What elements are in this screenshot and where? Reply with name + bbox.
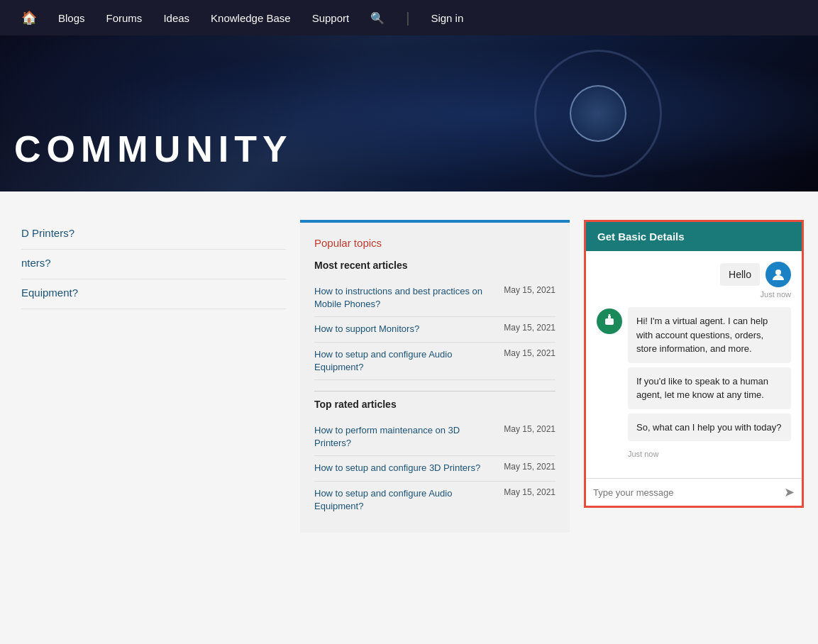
article-row: How to instructions and best practices o… <box>314 279 556 317</box>
article-link-5[interactable]: How to setup and configure 3D Printers? <box>314 462 497 474</box>
top-rated-heading: Top rated articles <box>314 399 556 410</box>
svg-point-2 <box>607 321 609 323</box>
section-divider <box>314 391 556 392</box>
list-item: nters? <box>21 250 286 279</box>
nav-blogs[interactable]: Blogs <box>58 12 85 24</box>
send-icon[interactable]: ➤ <box>784 484 795 500</box>
bot-message-timestamp: Just now <box>628 450 791 458</box>
chat-widget: Get Basic Details Hello Just now <box>584 220 804 508</box>
hero-circle-inner <box>570 85 626 142</box>
article-link-6[interactable]: How to setup and configure Audio Equipme… <box>314 487 497 513</box>
article-row: How to support Monitors? May 15, 2021 <box>314 317 556 342</box>
list-item: Equipment? <box>21 279 286 309</box>
chat-header: Get Basic Details <box>586 222 802 251</box>
bot-bubble-3: So, what can I help you with today? <box>628 413 791 442</box>
user-avatar <box>766 262 791 287</box>
chat-body: Hello Just now <box>586 251 802 478</box>
bot-bubble-1: Hi! I'm a virtual agent. I can help with… <box>628 307 791 363</box>
article-date-4: May 15, 2021 <box>504 424 556 434</box>
chat-bubble-user: Hello <box>720 263 760 286</box>
article-link-1[interactable]: How to instructions and best practices o… <box>314 285 497 311</box>
chat-input-row: ➤ <box>586 478 802 506</box>
hero-title: COMMUNITY <box>14 128 293 170</box>
most-recent-heading: Most recent articles <box>314 260 556 271</box>
left-article-link-2[interactable]: nters? <box>21 257 286 269</box>
chat-bot-row: Hi! I'm a virtual agent. I can help with… <box>597 307 791 441</box>
bot-messages: Hi! I'm a virtual agent. I can help with… <box>628 307 791 441</box>
nav-support[interactable]: Support <box>312 12 350 24</box>
home-icon: 🏠 <box>21 11 37 25</box>
hero-decoration <box>534 50 676 177</box>
nav-signin[interactable]: Sign in <box>431 12 463 24</box>
nav-forums[interactable]: Forums <box>106 12 143 24</box>
left-article-link-3[interactable]: Equipment? <box>21 287 286 299</box>
article-date-5: May 15, 2021 <box>504 462 556 472</box>
chat-input[interactable] <box>593 487 784 498</box>
chat-user-message: Hello <box>597 262 791 287</box>
article-link-2[interactable]: How to support Monitors? <box>314 323 497 335</box>
left-column: D Printers? nters? Equipment? <box>14 220 286 533</box>
article-link-3[interactable]: How to setup and configure Audio Equipme… <box>314 348 497 374</box>
article-date-2: May 15, 2021 <box>504 323 556 333</box>
bot-avatar <box>597 309 622 334</box>
search-icon[interactable]: 🔍 <box>370 11 385 25</box>
article-row: How to perform maintenance on 3D Printer… <box>314 418 556 456</box>
bot-bubble-2: If you'd like to speak to a human agent,… <box>628 367 791 409</box>
navigation: 🏠 Blogs Forums Ideas Knowledge Base Supp… <box>0 0 818 35</box>
svg-point-3 <box>610 321 612 323</box>
left-article-link-1[interactable]: D Printers? <box>21 227 286 239</box>
article-row: How to setup and configure 3D Printers? … <box>314 456 556 481</box>
article-link-4[interactable]: How to perform maintenance on 3D Printer… <box>314 424 497 450</box>
nav-divider: | <box>406 10 409 26</box>
article-date-3: May 15, 2021 <box>504 348 556 358</box>
popular-topics-card: Popular topics Most recent articles How … <box>300 220 570 533</box>
nav-ideas[interactable]: Ideas <box>163 12 189 24</box>
article-row: How to setup and configure Audio Equipme… <box>314 343 556 380</box>
nav-knowledge-base[interactable]: Knowledge Base <box>211 12 291 24</box>
popular-topics-column: Popular topics Most recent articles How … <box>300 220 570 533</box>
svg-rect-1 <box>605 318 614 325</box>
popular-topics-title: Popular topics <box>314 237 556 249</box>
svg-point-0 <box>775 270 781 275</box>
hero-banner: COMMUNITY <box>0 35 818 191</box>
list-item: D Printers? <box>21 220 286 250</box>
main-content: D Printers? nters? Equipment? Popular to… <box>0 191 818 561</box>
svg-point-6 <box>609 314 611 316</box>
nav-home[interactable]: 🏠 <box>21 10 37 26</box>
article-date-1: May 15, 2021 <box>504 285 556 295</box>
user-message-timestamp: Just now <box>597 290 791 299</box>
chat-column: Get Basic Details Hello Just now <box>584 220 804 533</box>
svg-rect-4 <box>608 316 611 318</box>
article-date-6: May 15, 2021 <box>504 487 556 497</box>
article-row: How to setup and configure Audio Equipme… <box>314 482 556 518</box>
